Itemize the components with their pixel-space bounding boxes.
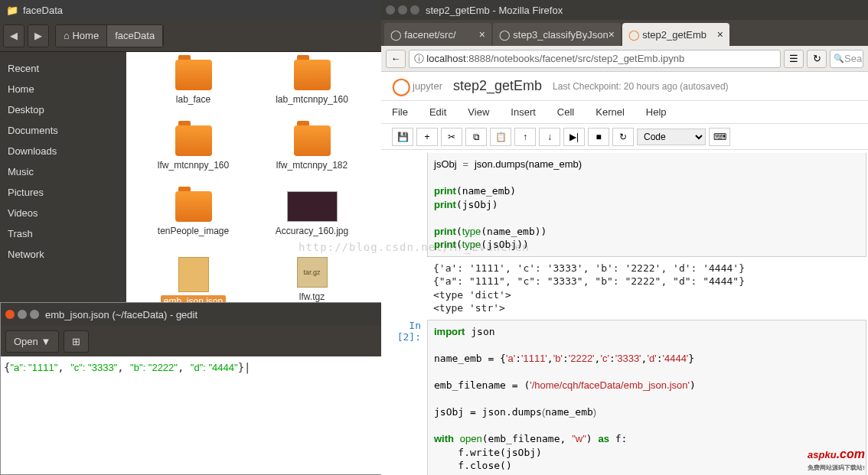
folder-icon <box>175 125 212 156</box>
jupyter-icon: ◯ <box>390 29 402 41</box>
sidebar-item-documents[interactable]: Documents <box>0 120 126 141</box>
jupyter-icon: ◯ <box>628 29 640 41</box>
breadcrumb: ⌂ Home faceData <box>55 24 164 47</box>
menu-kernel[interactable]: Kernel <box>596 106 625 118</box>
file-item[interactable]: lfw_mtcnnpy_160 <box>134 125 253 187</box>
address-bar[interactable]: ⓘ localhost:8888/notebooks/facenet/src/s… <box>409 50 781 68</box>
url-host: localhost <box>426 53 465 64</box>
stop-button[interactable]: ■ <box>588 128 609 146</box>
watermark-text: http://blog.csdn.net/Mr_EvanChen <box>299 241 530 253</box>
sidebar-item-desktop[interactable]: Desktop <box>0 99 126 120</box>
cell-prompt: In [2]: <box>381 320 427 475</box>
jupyter-logo-icon[interactable]: ◯ jupyter <box>392 76 442 96</box>
crumb-current[interactable]: faceData <box>107 25 163 47</box>
folder-icon <box>175 60 212 90</box>
minimize-icon[interactable] <box>18 310 27 319</box>
nav-back-button[interactable]: ← <box>386 50 406 68</box>
notebook-title[interactable]: step2_getEmb <box>453 78 542 94</box>
info-icon[interactable]: ⓘ <box>414 52 424 66</box>
nav-forward-button[interactable]: ▶ <box>28 24 49 47</box>
browser-window: step2_getEmb - Mozilla Firefox ◯ facenet… <box>381 0 868 475</box>
menu-help[interactable]: Help <box>646 106 667 118</box>
minimize-icon[interactable] <box>398 5 407 15</box>
menu-view[interactable]: View <box>468 106 489 118</box>
tab-strip: ◯ facenet/src/× ◯ step3_classifyByJson× … <box>381 20 868 46</box>
sidebar-item-videos[interactable]: Videos <box>0 203 126 223</box>
sidebar-item-recent[interactable]: Recent <box>0 58 126 79</box>
menu-file[interactable]: File <box>392 106 408 118</box>
paste-button[interactable]: 📋 <box>490 128 511 146</box>
file-item[interactable]: lab_mtcnnpy_160 <box>253 60 371 121</box>
search-box[interactable]: 🔍 Sear <box>830 50 863 68</box>
window-titlebar[interactable]: step2_getEmb - Mozilla Firefox <box>381 0 868 20</box>
window-titlebar[interactable]: 📁 faceData <box>0 0 383 20</box>
sidebar-item-home[interactable]: Home <box>0 79 126 99</box>
run-button[interactable]: ▶| <box>563 128 585 146</box>
sidebar-item-trash[interactable]: Trash <box>0 223 126 244</box>
checkpoint-status: Last Checkpoint: 20 hours ago (autosaved… <box>553 81 728 92</box>
cut-button[interactable]: ✂ <box>441 128 462 146</box>
tab-close-icon[interactable]: × <box>717 28 723 41</box>
save-button[interactable]: 💾 <box>392 128 413 146</box>
file-label: lfw.tgz <box>296 291 328 303</box>
restart-button[interactable]: ↻ <box>612 128 634 146</box>
close-icon[interactable] <box>5 310 15 319</box>
tab-label: step2_getEmb <box>642 29 706 41</box>
nav-back-button[interactable]: ◀ <box>3 24 24 47</box>
tab-close-icon[interactable]: × <box>479 28 485 41</box>
folder-icon <box>175 191 212 222</box>
tab-close-icon[interactable]: × <box>609 28 615 41</box>
browser-title: step2_getEmb - Mozilla Firefox <box>426 5 563 16</box>
tab-label: step3_classifyByJson <box>513 29 608 41</box>
sidebar-item-downloads[interactable]: Downloads <box>0 141 126 161</box>
add-cell-button[interactable]: + <box>416 128 438 146</box>
sidebar-item-pictures[interactable]: Pictures <box>0 182 126 203</box>
notebook-header: ◯ jupyter step2_getEmb Last Checkpoint: … <box>381 72 868 101</box>
open-button[interactable]: Open ▼ <box>5 330 59 353</box>
command-palette-button[interactable]: ⌨ <box>709 128 730 146</box>
file-label: Accuracy_160.jpg <box>272 225 351 237</box>
crumb-home[interactable]: ⌂ Home <box>56 25 107 47</box>
maximize-icon[interactable] <box>30 310 39 319</box>
file-item[interactable]: tenPeople_image <box>134 191 253 252</box>
file-item[interactable]: lab_face <box>134 60 253 121</box>
brand-logo: aspku.com免费网站源码下载站! <box>808 439 865 472</box>
tab-facenet[interactable]: ◯ facenet/src/× <box>384 23 491 46</box>
menu-edit[interactable]: Edit <box>429 106 446 118</box>
file-label: lfw_mtcnnpy_182 <box>273 159 351 171</box>
editor-title: emb_json.json (~/faceData) - gedit <box>45 309 197 320</box>
window-title: faceData <box>23 5 63 16</box>
cell-output: {'a': '1111', 'c': '3333', 'b': '2222', … <box>427 260 866 317</box>
search-placeholder: Sear <box>844 53 863 64</box>
menu-cell[interactable]: Cell <box>557 106 574 118</box>
window-controls <box>386 5 419 15</box>
url-path: :8888/notebooks/facenet/src/step2_getEmb… <box>466 53 684 64</box>
file-label: lfw_mtcnnpy_160 <box>155 159 232 171</box>
copy-button[interactable]: ⧉ <box>465 128 487 146</box>
close-icon[interactable] <box>386 5 395 15</box>
folder-icon: 📁 <box>6 5 18 16</box>
sidebar-item-music[interactable]: Music <box>0 161 126 182</box>
sidebar-item-network[interactable]: Network <box>0 244 126 265</box>
tab-step3[interactable]: ◯ step3_classifyByJson× <box>493 23 621 46</box>
file-manager-window: 📁 faceData ◀ ▶ ⌂ Home faceData Recent Ho… <box>0 0 383 302</box>
move-down-button[interactable]: ↓ <box>539 128 560 146</box>
tab-step2[interactable]: ◯ step2_getEmb× <box>622 23 729 46</box>
reload-button[interactable]: ↻ <box>807 50 827 68</box>
menu-insert[interactable]: Insert <box>511 106 536 118</box>
move-up-button[interactable]: ↑ <box>514 128 536 146</box>
maximize-icon[interactable] <box>410 5 419 15</box>
reader-mode-icon[interactable]: ☰ <box>784 50 804 68</box>
notebook-toolbar: 💾 + ✂ ⧉ 📋 ↑ ↓ ▶| ■ ↻ Code ⌨ <box>381 124 868 150</box>
code-cell[interactable]: import json name_emb = {'a':'1111','b':'… <box>427 320 866 475</box>
file-label: lab_mtcnnpy_160 <box>272 93 351 106</box>
notebook-cells[interactable]: jsObj = json.dumps(name_emb) print(name_… <box>381 150 868 475</box>
file-item[interactable]: lfw_mtcnnpy_182 <box>253 125 371 187</box>
tab-label: facenet/src/ <box>404 29 455 41</box>
file-grid[interactable]: lab_face lab_mtcnnpy_160 lfw_mtcnnpy_160… <box>126 52 383 302</box>
cell-type-select[interactable]: Code <box>637 129 706 145</box>
image-icon <box>287 191 338 222</box>
folder-icon <box>294 60 331 90</box>
new-tab-button[interactable]: ⊞ <box>64 330 89 353</box>
file-label: lab_face <box>173 93 214 106</box>
